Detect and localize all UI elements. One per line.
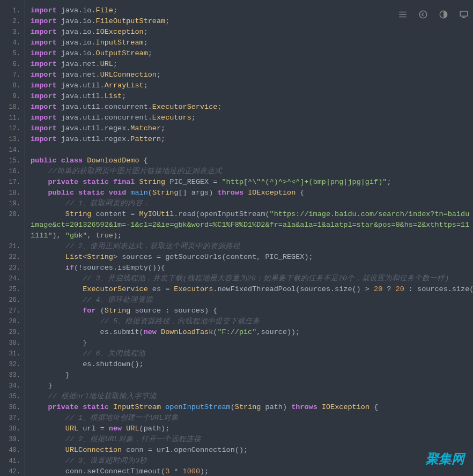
line-number: 10. (0, 102, 25, 113)
code-line: conn.setConnectTimeout(3 * 1000); (31, 466, 473, 476)
line-number: 8. (0, 80, 25, 91)
code-line: // 1、获取网页的内容， (31, 198, 473, 209)
back-icon[interactable] (417, 9, 429, 20)
code-line: // 4、循环处理资源 (31, 295, 473, 306)
code-line: import java.util.regex.Pattern; (31, 134, 473, 145)
line-number: 40. (0, 445, 25, 456)
code-line: // 3、开启线程池，并发下载(线程池最大容量为20；如果要下载的任务不足20个… (31, 273, 473, 284)
code-line: // 2、根据URL对象，打开一个远程连接 (31, 434, 473, 445)
code-line: import java.net.URL; (31, 59, 473, 70)
code-line: import java.util.concurrent.Executors; (31, 113, 473, 123)
line-number: 27. (0, 306, 25, 316)
code-line: import java.util.concurrent.ExecutorServ… (31, 102, 473, 113)
code-line: URL url = new URL(path); (31, 423, 473, 434)
code-line: for (String source : sources) { (31, 306, 473, 316)
code-line: ExecutorService es = Executors.newFixedT… (31, 284, 473, 295)
monitor-icon[interactable] (458, 9, 470, 20)
line-number: 26. (0, 295, 25, 306)
line-number: 37. (0, 413, 25, 423)
line-number: 20. (0, 209, 25, 220)
line-number: 11. (0, 113, 25, 123)
line-number: 16. (0, 166, 25, 177)
line-number: 6. (0, 59, 25, 70)
code-line: // 1、根据地址创建一个URL对象 (31, 413, 473, 423)
code-line: // 3、设置超时间为3秒 (31, 456, 473, 466)
code-line: //简单的获取网页中图片图片链接地址的正则表达式 (31, 166, 473, 177)
code-line: String content = MyIOUtil.read(openInput… (31, 209, 473, 241)
line-number: 25. (0, 284, 25, 295)
watermark: 聚集网 (426, 450, 464, 467)
code-line: import java.io.InputStream; (31, 38, 473, 48)
code-line: // 2、使用正则表达式，获取这个网页中的资源路径 (31, 241, 473, 252)
line-number: 1. (0, 5, 25, 16)
line-number: 38. (0, 423, 25, 434)
line-number: 7. (0, 70, 25, 80)
svg-point-0 (419, 11, 427, 18)
line-number: 33. (0, 370, 25, 381)
code-line: List<String> sources = getSourceUrls(con… (31, 252, 473, 263)
code-line (31, 145, 473, 155)
line-number: 5. (0, 48, 25, 59)
line-number: 18. (0, 188, 25, 198)
line-number: 39. (0, 434, 25, 445)
code-line: import java.util.List; (31, 91, 473, 102)
line-number: 30. (0, 338, 25, 348)
line-number: 23. (0, 263, 25, 273)
line-number: 12. (0, 123, 25, 134)
code-line: if(!sources.isEmpty()){ (31, 263, 473, 273)
code-line: // 6、关闭线程池 (31, 348, 473, 359)
line-number: 15. (0, 155, 25, 166)
code-line: import java.util.ArrayList; (31, 80, 473, 91)
line-number: 17. (0, 177, 25, 188)
line-number-gutter: 1.2.3.4.5.6.7.8.9.10.11.12.13.14.15.16.1… (0, 0, 25, 476)
line-number: 34. (0, 381, 25, 391)
line-number: 41. (0, 456, 25, 466)
line-number: 13. (0, 134, 25, 145)
code-line: public static void main(String[] args) t… (31, 188, 473, 198)
code-line: // 根据url地址获取输入字节流 (31, 391, 473, 402)
line-number: 36. (0, 402, 25, 413)
code-line: import java.io.OutputStream; (31, 48, 473, 59)
line-number: 14. (0, 145, 25, 155)
code-area[interactable]: import java.io.File;import java.io.FileO… (25, 0, 473, 476)
code-line: } (31, 381, 473, 391)
line-number: 24. (0, 273, 25, 284)
contrast-icon[interactable] (438, 9, 449, 20)
line-number: 32. (0, 359, 25, 370)
code-editor: 1.2.3.4.5.6.7.8.9.10.11.12.13.14.15.16.1… (0, 0, 473, 476)
code-line: import java.io.IOException; (31, 27, 473, 38)
svg-rect-2 (460, 11, 468, 16)
editor-toolbar (397, 9, 470, 20)
code-line: public class DownloadDemo { (31, 155, 473, 166)
code-line: import java.net.URLConnection; (31, 70, 473, 80)
code-line: private static final String PIC_REGEX = … (31, 177, 473, 188)
code-line: import java.util.regex.Matcher; (31, 123, 473, 134)
line-number: 21. (0, 241, 25, 252)
line-number: 35. (0, 391, 25, 402)
code-line: } (31, 338, 473, 348)
code-line: // 5、根据资源路径，向线程池中提交下载任务 (31, 316, 473, 327)
line-number: 42. (0, 466, 25, 476)
line-number: 2. (0, 16, 25, 27)
code-line: } (31, 370, 473, 381)
code-line: es.submit(new DownLoadTask("F://pic",sou… (31, 327, 473, 338)
code-line: es.shutdown(); (31, 359, 473, 370)
list-icon[interactable] (397, 9, 409, 20)
line-number: 19. (0, 198, 25, 209)
line-number: 31. (0, 348, 25, 359)
code-line: URLConnection conn = url.openConnection(… (31, 445, 473, 456)
line-number: 9. (0, 91, 25, 102)
line-number: 28. (0, 316, 25, 327)
line-number: 3. (0, 27, 25, 38)
line-number: 29. (0, 327, 25, 338)
code-line: private static InputStream openInputStre… (31, 402, 473, 413)
line-number: 4. (0, 38, 25, 48)
line-number: 22. (0, 252, 25, 263)
